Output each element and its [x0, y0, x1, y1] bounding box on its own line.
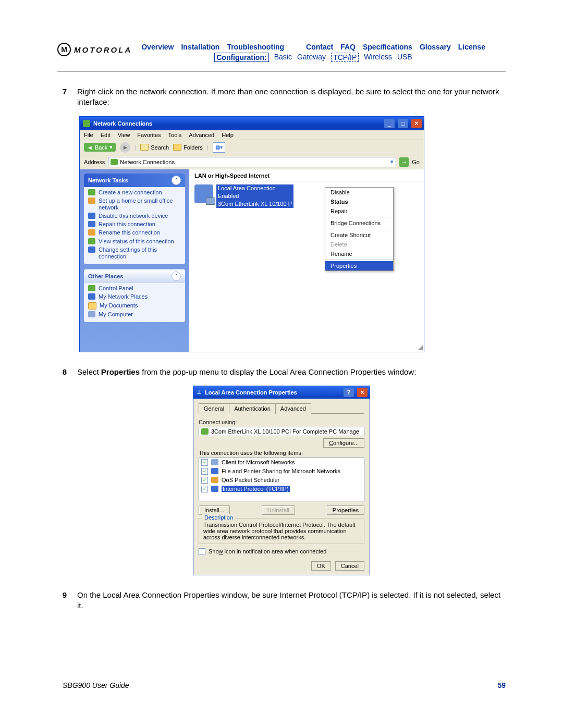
nav-overview[interactable]: Overview	[141, 43, 174, 51]
brand-text: MOTOROLA	[74, 45, 132, 54]
menu-view[interactable]: View	[118, 132, 130, 138]
checkbox-icon[interactable]: ✓	[201, 477, 208, 484]
help-button[interactable]: ?	[344, 388, 354, 397]
task-disable-device[interactable]: Disable this network device	[88, 213, 181, 219]
nav-wireless[interactable]: Wireless	[364, 53, 392, 62]
checkbox-icon[interactable]: ✓	[201, 459, 208, 466]
nav-gateway[interactable]: Gateway	[297, 53, 326, 62]
window-icon	[83, 120, 90, 127]
place-my-computer[interactable]: My Computer	[88, 311, 181, 318]
task-create-connection[interactable]: Create a new connection	[88, 189, 181, 196]
checkbox-icon[interactable]: ✓	[201, 486, 208, 492]
item-properties-button[interactable]: Properties	[327, 505, 364, 515]
menu-advanced[interactable]: Advanced	[189, 132, 214, 138]
address-value: Network Connections	[120, 159, 175, 165]
uninstall-button: Uninstall	[262, 505, 295, 515]
other-places-heading[interactable]: Other Places ˄	[84, 269, 185, 283]
collapse-icon[interactable]: ˄	[172, 176, 181, 185]
nav-troubleshooting[interactable]: Troubleshooting	[227, 43, 284, 51]
ctx-status[interactable]: Status	[325, 197, 393, 206]
item-fileprint[interactable]: ✓File and Printer Sharing for Microsoft …	[199, 467, 364, 476]
menu-help[interactable]: Help	[222, 132, 234, 138]
items-listbox[interactable]: ✓Client for Microsoft Networks ✓File and…	[199, 458, 364, 501]
item-client[interactable]: ✓Client for Microsoft Networks	[199, 458, 364, 467]
page-number: 59	[497, 681, 506, 689]
views-button[interactable]: ▦▾	[213, 142, 225, 153]
nav-configuration-label[interactable]: Configuration:	[214, 53, 268, 62]
ctx-bridge[interactable]: Bridge Connections	[325, 218, 393, 228]
tab-authentication[interactable]: Authentication	[229, 403, 276, 414]
nav-basic[interactable]: Basic	[274, 53, 292, 62]
show-icon-row[interactable]: Show icon in notification area when conn…	[199, 548, 364, 555]
place-my-documents[interactable]: My Documents	[88, 302, 181, 310]
dialog-titlebar[interactable]: ⊥ Local Area Connection Properties ? ×	[193, 386, 370, 399]
menu-file[interactable]: File	[84, 132, 93, 138]
checkbox-icon[interactable]: ✓	[201, 468, 208, 475]
back-button[interactable]: ◄Back ▾	[84, 143, 116, 152]
address-input[interactable]: Network Connections ▾	[108, 157, 396, 167]
go-button[interactable]: →	[399, 157, 409, 167]
figure-network-connections: Network Connections _ □ × File Edit View…	[79, 116, 506, 352]
menu-tools[interactable]: Tools	[168, 132, 182, 138]
ok-button[interactable]: OK	[311, 561, 331, 571]
address-label: Address	[84, 159, 105, 165]
folders-button[interactable]: Folders	[173, 144, 203, 151]
nav-faq[interactable]: FAQ	[340, 43, 356, 51]
task-change-settings[interactable]: Change settings of this connection	[88, 246, 181, 260]
tab-general[interactable]: General	[199, 403, 229, 414]
place-control-panel[interactable]: Control Panel	[88, 285, 181, 292]
ctx-disable[interactable]: Disable	[325, 188, 393, 197]
task-setup-network[interactable]: Set up a home or small office network	[88, 198, 181, 211]
menu-edit[interactable]: Edit	[101, 132, 111, 138]
place-my-network[interactable]: My Network Places	[88, 293, 181, 300]
network-tasks-box: Network Tasks ˄ Create a new connection …	[84, 174, 185, 265]
nav-installation[interactable]: Installation	[181, 43, 219, 51]
resize-grip-icon[interactable]: ◢	[418, 343, 423, 351]
ctx-properties[interactable]: Properties	[325, 261, 393, 270]
dialog-icon: ⊥	[197, 389, 202, 396]
task-repair[interactable]: Repair this connection	[88, 221, 181, 228]
step-7-number: 7	[57, 87, 67, 108]
install-button[interactable]: Install...	[199, 505, 230, 515]
collapse-icon[interactable]: ˄	[172, 272, 181, 281]
description-box: Description Transmission Control Protoco…	[199, 518, 364, 544]
address-bar: Address Network Connections ▾ → Go	[80, 155, 424, 169]
tab-advanced[interactable]: Advanced	[275, 403, 311, 414]
item-qos[interactable]: ✓QoS Packet Scheduler	[199, 476, 364, 485]
nav-specifications[interactable]: Specifications	[363, 43, 412, 51]
chevron-down-icon[interactable]: ▾	[390, 158, 394, 165]
dialog-body: General Authentication Advanced Connect …	[193, 399, 370, 575]
wizard-icon	[88, 189, 95, 195]
forward-button[interactable]: ►	[120, 142, 130, 153]
ctx-repair[interactable]: Repair	[325, 206, 393, 216]
nav-glossary[interactable]: Glossary	[420, 43, 451, 51]
checkbox-icon[interactable]	[199, 548, 205, 555]
side-panel: Network Tasks ˄ Create a new connection …	[80, 169, 189, 352]
task-rename[interactable]: Rename this connection	[88, 229, 181, 236]
minimize-button[interactable]: _	[384, 119, 395, 128]
toolbar: ◄Back ▾ ► | Search Folders | ▦▾	[80, 140, 424, 155]
network-tasks-heading[interactable]: Network Tasks ˄	[84, 174, 185, 187]
ctx-rename[interactable]: Rename	[325, 249, 393, 258]
maximize-button[interactable]: □	[398, 119, 408, 128]
step-7: 7 Right-click on the network connection.…	[57, 87, 506, 108]
connection-item[interactable]: Local Area Connection Enabled 3Com Ether…	[194, 184, 309, 208]
nav-usb[interactable]: USB	[397, 53, 412, 62]
uses-label: This connection uses the following items…	[199, 450, 364, 456]
item-tcpip[interactable]: ✓Internet Protocol (TCP/IP)	[199, 485, 364, 493]
nav-license[interactable]: License	[458, 43, 485, 51]
dialog-footer: OK Cancel	[199, 561, 364, 571]
close-button[interactable]: ×	[357, 388, 368, 397]
ctx-shortcut[interactable]: Create Shortcut	[325, 230, 393, 240]
menu-favorites[interactable]: Favorites	[137, 132, 161, 138]
nav-contact[interactable]: Contact	[306, 43, 333, 51]
window-titlebar[interactable]: Network Connections _ □ ×	[80, 117, 424, 130]
step-8-text: Select Properties from the pop-up menu t…	[77, 367, 506, 377]
nav-tcpip[interactable]: TCP/IP	[331, 53, 359, 62]
task-view-status[interactable]: View status of this connection	[88, 238, 181, 245]
cancel-button[interactable]: Cancel	[335, 561, 364, 571]
search-button[interactable]: Search	[140, 144, 169, 151]
other-places-box: Other Places ˄ Control Panel My Network …	[84, 269, 185, 322]
close-button[interactable]: ×	[411, 119, 422, 128]
configure-button[interactable]: Configure...	[323, 438, 364, 448]
